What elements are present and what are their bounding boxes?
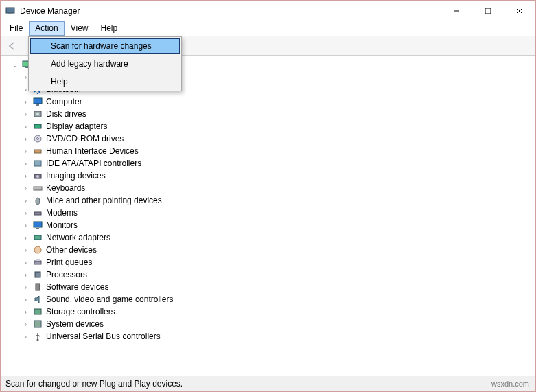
- svg-point-16: [37, 138, 39, 140]
- system-icon: [32, 319, 43, 330]
- tree-row[interactable]: › Other devices: [8, 244, 535, 256]
- svg-rect-10: [34, 98, 42, 104]
- tree-row[interactable]: › Processors: [8, 268, 535, 281]
- tree-label: Imaging devices: [46, 171, 106, 181]
- svg-rect-29: [36, 259, 40, 261]
- tree-label: Sound, video and game controllers: [46, 295, 173, 304]
- tree-row[interactable]: › DVD/CD-ROM drives: [8, 132, 535, 145]
- tree-row[interactable]: › Human Interface Devices: [8, 145, 535, 157]
- back-button[interactable]: [5, 38, 20, 54]
- chevron-right-icon[interactable]: ›: [22, 259, 30, 266]
- tree-row[interactable]: › Sound, video and game controllers: [8, 293, 535, 305]
- ide-icon: [32, 158, 43, 169]
- tree-label: Keyboards: [46, 183, 85, 193]
- credit-text: wsxdn.com: [491, 380, 535, 388]
- close-button[interactable]: [504, 1, 535, 21]
- chevron-right-icon[interactable]: ›: [22, 222, 30, 229]
- dvd-icon: [32, 133, 43, 144]
- svg-rect-33: [34, 321, 41, 327]
- chevron-right-icon[interactable]: ›: [22, 209, 30, 217]
- chevron-right-icon[interactable]: ›: [22, 111, 30, 118]
- tree-label: Computer: [46, 97, 82, 106]
- menu-view[interactable]: View: [65, 21, 95, 36]
- chevron-right-icon[interactable]: ›: [22, 333, 30, 341]
- svg-rect-1: [8, 13, 12, 14]
- chevron-right-icon[interactable]: ›: [22, 148, 30, 155]
- svg-point-22: [36, 198, 40, 205]
- chevron-right-icon[interactable]: ›: [22, 197, 30, 205]
- speaker-icon: [32, 294, 43, 305]
- menu-item-label: Scan for hardware changes: [51, 41, 152, 51]
- chevron-right-icon[interactable]: ›: [22, 123, 30, 130]
- chevron-right-icon[interactable]: ›: [22, 98, 30, 106]
- svg-point-27: [34, 246, 41, 253]
- tree-label: Storage controllers: [46, 307, 115, 316]
- tree-row[interactable]: › Computer: [8, 95, 535, 108]
- status-hint: Scan for changed or new Plug and Play de…: [5, 379, 183, 389]
- chevron-right-icon[interactable]: ›: [22, 321, 30, 328]
- camera-icon: [32, 170, 43, 181]
- disk-icon: [32, 108, 43, 119]
- hid-icon: [32, 146, 43, 157]
- tree-row[interactable]: › Modems: [8, 207, 535, 219]
- chevron-right-icon[interactable]: ›: [22, 308, 30, 316]
- minimize-button[interactable]: [441, 1, 472, 21]
- tree-row[interactable]: › IDE ATA/ATAPI controllers: [8, 157, 535, 170]
- tree-label: Software devices: [46, 282, 108, 292]
- menubar: File Action View Help: [1, 21, 535, 36]
- chevron-right-icon[interactable]: ›: [22, 284, 30, 291]
- other-icon: [32, 244, 43, 255]
- svg-rect-32: [34, 309, 41, 314]
- menu-action-help[interactable]: Help: [29, 73, 181, 91]
- tree-row[interactable]: › Print queues: [8, 256, 535, 268]
- chevron-right-icon[interactable]: ›: [22, 160, 30, 168]
- tree-row[interactable]: › Monitors: [8, 219, 535, 231]
- tree-row[interactable]: › Mice and other pointing devices: [8, 194, 535, 207]
- menu-file[interactable]: File: [3, 21, 29, 36]
- svg-rect-25: [36, 228, 39, 229]
- chevron-right-icon[interactable]: ›: [22, 271, 30, 279]
- tree-row[interactable]: › Software devices: [8, 281, 535, 293]
- tree-row[interactable]: › Display adapters: [8, 120, 535, 132]
- svg-rect-23: [34, 212, 41, 215]
- chevron-right-icon[interactable]: ›: [22, 185, 30, 192]
- software-icon: [32, 281, 43, 292]
- chevron-down-icon[interactable]: ⌄: [11, 61, 19, 69]
- svg-rect-30: [35, 272, 40, 277]
- chevron-right-icon[interactable]: ›: [22, 246, 30, 254]
- chevron-right-icon[interactable]: ›: [22, 135, 30, 143]
- tree-row[interactable]: › Imaging devices: [8, 170, 535, 182]
- cpu-icon: [32, 269, 43, 280]
- tree-row[interactable]: › Disk drives: [8, 108, 535, 120]
- svg-rect-28: [34, 261, 41, 264]
- svg-rect-24: [34, 222, 42, 227]
- titlebar: Device Manager: [1, 1, 535, 21]
- menu-help[interactable]: Help: [95, 21, 124, 36]
- menu-add-legacy[interactable]: Add legacy hardware: [29, 55, 181, 73]
- tree-row[interactable]: › Network adapters: [8, 231, 535, 244]
- monitor-icon: [32, 96, 43, 107]
- svg-rect-11: [36, 104, 39, 106]
- tree-label: DVD/CD-ROM drives: [46, 134, 124, 143]
- menu-action[interactable]: Action: [29, 21, 64, 36]
- mouse-icon: [32, 195, 43, 206]
- maximize-button[interactable]: [472, 1, 504, 21]
- tree-row[interactable]: › System devices: [8, 318, 535, 330]
- tree-label: Universal Serial Bus controllers: [46, 332, 161, 341]
- printer-icon: [32, 257, 43, 268]
- tree-row[interactable]: › Keyboards: [8, 182, 535, 194]
- chevron-right-icon[interactable]: ›: [22, 296, 30, 303]
- tree-label: Mice and other pointing devices: [46, 196, 162, 205]
- tree-row[interactable]: › Universal Serial Bus controllers: [8, 330, 535, 343]
- device-tree[interactable]: ⌄ › Batteries › Bluetooth › Computer › D…: [1, 56, 535, 372]
- menu-item-label: Add legacy hardware: [51, 59, 128, 69]
- menu-scan-hardware[interactable]: Scan for hardware changes: [30, 38, 180, 54]
- chevron-right-icon[interactable]: ›: [22, 234, 30, 242]
- modem-icon: [32, 207, 43, 218]
- display-adapter-icon: [32, 121, 43, 132]
- tree-row[interactable]: › Storage controllers: [8, 305, 535, 318]
- keyboard-icon: [32, 183, 43, 194]
- svg-rect-18: [34, 161, 41, 166]
- chevron-right-icon[interactable]: ›: [22, 172, 30, 180]
- svg-rect-26: [34, 235, 41, 240]
